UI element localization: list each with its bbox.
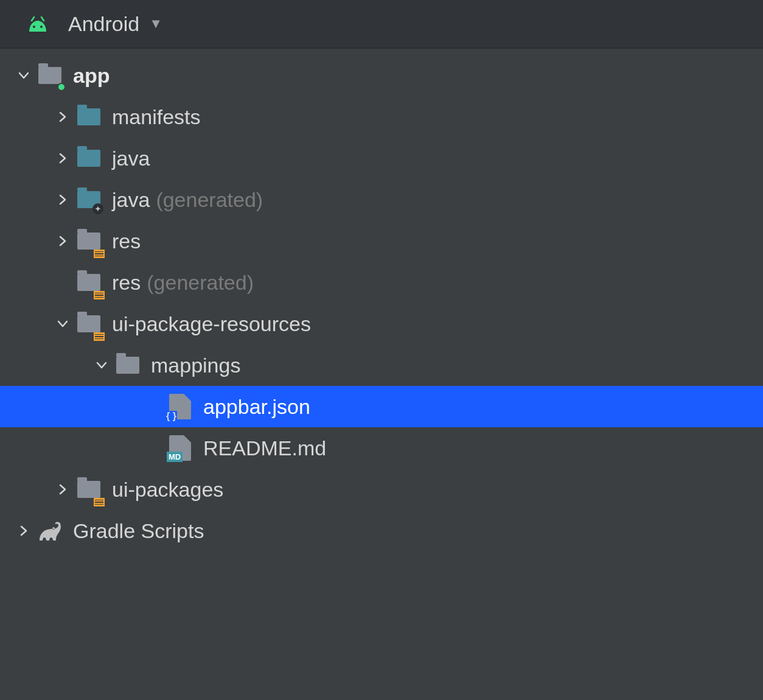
tree-node-label: ui-package-resources bbox=[112, 312, 311, 336]
android-icon bbox=[24, 10, 51, 37]
json-file-icon bbox=[167, 393, 193, 420]
tree-node-readme-md[interactable]: README.md bbox=[0, 427, 763, 469]
resource-folder-icon bbox=[75, 310, 102, 337]
tree-node-res[interactable]: res bbox=[0, 220, 763, 262]
chevron-right-icon[interactable] bbox=[50, 152, 75, 164]
tree-node-label: res bbox=[112, 229, 141, 253]
tree-node-label: ui-packages bbox=[112, 478, 223, 502]
tree-node-appbar-json[interactable]: appbar.json bbox=[0, 386, 763, 427]
folder-icon bbox=[75, 145, 102, 172]
tree-node-label: manifests bbox=[112, 105, 201, 129]
tree-node-label: app bbox=[73, 64, 110, 88]
folder-icon bbox=[75, 103, 102, 130]
tree-node-gradle-scripts[interactable]: Gradle Scripts bbox=[0, 510, 763, 551]
resource-folder-icon bbox=[75, 269, 102, 296]
resource-folder-icon bbox=[75, 476, 102, 503]
tree-node-java-generated[interactable]: ✦ java(generated) bbox=[0, 179, 763, 220]
tree-node-label: res(generated) bbox=[112, 271, 254, 295]
svg-line-0 bbox=[32, 17, 34, 21]
tree-node-label: mappings bbox=[151, 354, 240, 377]
tree-node-mappings[interactable]: mappings bbox=[0, 345, 763, 386]
chevron-down-icon[interactable] bbox=[89, 359, 114, 371]
chevron-down-icon[interactable]: ▼ bbox=[149, 16, 162, 32]
module-folder-icon bbox=[37, 62, 63, 89]
project-view-header[interactable]: Android ▼ bbox=[0, 0, 763, 49]
chevron-right-icon[interactable] bbox=[50, 111, 75, 123]
tree-node-label: README.md bbox=[203, 436, 326, 460]
folder-icon bbox=[114, 352, 141, 379]
tree-node-label: Gradle Scripts bbox=[73, 519, 204, 543]
project-view-label: Android bbox=[68, 12, 139, 36]
gradle-icon bbox=[37, 517, 63, 544]
tree-node-app[interactable]: app bbox=[0, 55, 763, 96]
chevron-right-icon[interactable] bbox=[50, 194, 75, 206]
svg-point-2 bbox=[33, 26, 35, 28]
chevron-right-icon[interactable] bbox=[50, 235, 75, 247]
chevron-right-icon[interactable] bbox=[50, 483, 75, 495]
tree-node-ui-packages[interactable]: ui-packages bbox=[0, 469, 763, 510]
chevron-right-icon[interactable] bbox=[11, 525, 37, 537]
tree-node-ui-package-resources[interactable]: ui-package-resources bbox=[0, 303, 763, 345]
chevron-down-icon[interactable] bbox=[50, 318, 75, 330]
tree-node-res-generated[interactable]: res(generated) bbox=[0, 262, 763, 303]
svg-point-3 bbox=[40, 26, 43, 28]
tree-node-label: appbar.json bbox=[203, 395, 310, 419]
tree-node-manifests[interactable]: manifests bbox=[0, 96, 763, 138]
tree-node-label: java(generated) bbox=[112, 188, 263, 212]
generated-folder-icon: ✦ bbox=[75, 186, 102, 213]
tree-node-java[interactable]: java bbox=[0, 138, 763, 179]
chevron-down-icon[interactable] bbox=[11, 69, 37, 82]
resource-folder-icon bbox=[75, 228, 102, 254]
svg-line-1 bbox=[41, 17, 44, 21]
markdown-file-icon bbox=[167, 435, 193, 461]
tree-node-label: java bbox=[112, 147, 150, 170]
project-tree: app manifests java ✦ java(generated) bbox=[0, 49, 763, 551]
